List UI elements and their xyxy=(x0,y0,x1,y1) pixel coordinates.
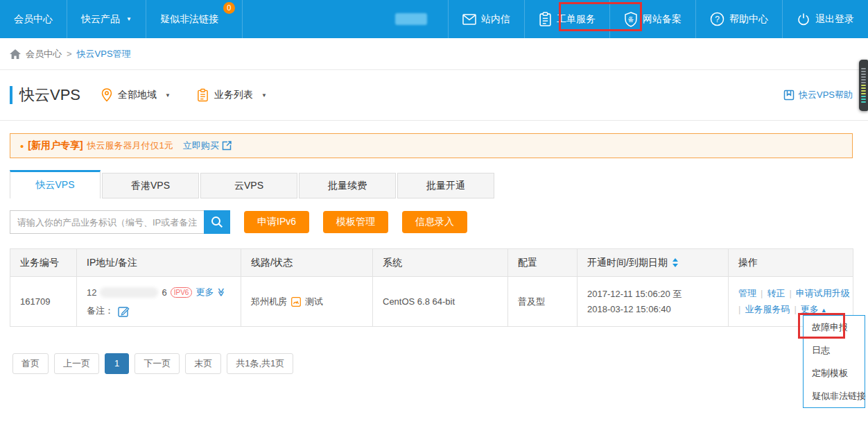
datacenter-label: 郑州机房 xyxy=(251,296,287,308)
promo-text: 快云服务器月付仅1元 xyxy=(87,139,173,152)
tab-cloud-vps[interactable]: 云VPS xyxy=(200,173,297,198)
chevron-double-down-icon[interactable]: ≫ xyxy=(217,288,227,297)
ip-more-link[interactable]: 更多 xyxy=(196,286,214,298)
nav-website-filing-label: 网站备案 xyxy=(643,13,682,26)
envelope-icon xyxy=(462,14,476,25)
question-circle-icon: ? xyxy=(710,12,724,26)
clipboard-icon xyxy=(539,12,552,26)
table-header-row: 业务编号 IP地址/备注 线路/状态 系统 配置 开通时间/到期日期 操作 xyxy=(10,249,853,277)
navbar-left-group: 会员中心 快云产品 ▼ 疑似非法链接 0 xyxy=(0,0,243,38)
home-icon xyxy=(10,49,21,59)
col-open-expire: 开通时间/到期日期 xyxy=(578,249,729,277)
cell-config: 普及型 xyxy=(508,277,578,327)
search-icon xyxy=(211,216,223,228)
col-business-id: 业务编号 xyxy=(10,249,77,277)
nav-suspicious-links[interactable]: 疑似非法链接 0 xyxy=(146,0,243,38)
nav-help-center[interactable]: ? 帮助中心 xyxy=(695,0,782,38)
ip-prefix: 12 xyxy=(87,287,96,298)
scrollbar-widget[interactable] xyxy=(859,60,868,111)
col-config: 配置 xyxy=(508,249,578,277)
pagination-last[interactable]: 末页 xyxy=(185,353,221,374)
page-toolbar: 快云VPS 全部地域 ▼ 业务列表 ▼ 快云VPS帮助 xyxy=(0,70,868,121)
action-separator: | xyxy=(761,288,763,298)
nav-ticket-service-label: 工单服务 xyxy=(557,13,596,26)
vps-table: 业务编号 IP地址/备注 线路/状态 系统 配置 开通时间/到期日期 操作 16… xyxy=(10,248,853,327)
menu-item-fault-report[interactable]: 故障申报 xyxy=(804,316,865,339)
info-entry-button[interactable]: 信息录入 xyxy=(402,211,467,233)
cell-business-id: 161709 xyxy=(10,277,77,327)
business-list-label: 业务列表 xyxy=(214,89,253,101)
cell-open-expire: 2017-12-11 15:06:20 至 2018-03-12 15:06:4… xyxy=(578,277,729,327)
tab-label: 香港VPS xyxy=(131,180,170,192)
col-ip-remark: IP地址/备注 xyxy=(77,249,241,277)
tab-label: 批量续费 xyxy=(328,180,367,192)
apply-ipv6-button[interactable]: 申请IPv6 xyxy=(244,211,309,233)
shield-icon: 备 xyxy=(624,12,638,27)
chevron-down-icon: ▼ xyxy=(165,92,171,99)
pagination-first[interactable]: 首页 xyxy=(12,353,49,374)
nav-ticket-service[interactable]: 工单服务 xyxy=(524,0,609,38)
action-separator: | xyxy=(789,288,791,298)
search-row: 申请IPv6 模板管理 信息录入 xyxy=(10,210,853,234)
tab-kuaiyun-vps[interactable]: 快云VPS xyxy=(10,170,101,198)
nav-help-center-label: 帮助中心 xyxy=(729,13,768,26)
tab-hongkong-vps[interactable]: 香港VPS xyxy=(102,173,199,198)
col-line-status: 线路/状态 xyxy=(241,249,373,277)
open-time: 2017-12-11 15:06:20 至 xyxy=(587,287,718,302)
menu-item-suspicious-links[interactable]: 疑似非法链接 xyxy=(804,384,865,407)
breadcrumb-home[interactable]: 会员中心 xyxy=(26,48,62,60)
nav-member-center[interactable]: 会员中心 xyxy=(0,0,67,38)
clipboard-icon xyxy=(197,88,209,102)
page-title: 快云VPS xyxy=(19,85,80,105)
business-list-dropdown[interactable]: 业务列表 ▼ xyxy=(197,88,267,102)
buy-now-label: 立即购买 xyxy=(183,139,219,152)
promo-tag: [新用户专享] xyxy=(28,139,83,152)
tab-batch-open[interactable]: 批量开通 xyxy=(397,173,494,198)
speed-test-icon[interactable] xyxy=(291,297,301,307)
menu-item-custom-template[interactable]: 定制模板 xyxy=(804,362,865,384)
nav-website-filing[interactable]: 备 网站备案 xyxy=(609,0,695,38)
action-separator: | xyxy=(794,304,796,314)
cell-system: CentOS 6.8 64-bit xyxy=(373,277,508,327)
template-manage-button[interactable]: 模板管理 xyxy=(323,211,388,233)
breadcrumb-current[interactable]: 快云VPS管理 xyxy=(77,48,131,60)
tab-label: 快云VPS xyxy=(35,179,74,192)
chevron-up-icon: ▲ xyxy=(821,307,827,314)
nav-messages[interactable]: 站内信 xyxy=(448,0,524,38)
pagination-page-1[interactable]: 1 xyxy=(105,353,129,374)
book-icon xyxy=(783,90,795,101)
vps-help-link[interactable]: 快云VPS帮助 xyxy=(783,89,853,101)
promo-banner: • [新用户专享] 快云服务器月付仅1元 立即购买 xyxy=(10,133,853,158)
action-more[interactable]: 更多 xyxy=(801,304,819,314)
action-trial-upgrade[interactable]: 申请试用升级 xyxy=(796,288,850,298)
action-service-code[interactable]: 业务服务码 xyxy=(745,304,790,314)
edit-icon[interactable] xyxy=(118,305,130,317)
buy-now-link[interactable]: 立即购买 xyxy=(183,139,232,152)
col-open-expire-label: 开通时间/到期日期 xyxy=(587,257,668,268)
tab-batch-renew[interactable]: 批量续费 xyxy=(299,173,396,198)
pagination-summary: 共1条,共1页 xyxy=(227,353,293,374)
nav-member-center-label: 会员中心 xyxy=(14,13,53,26)
region-filter-dropdown[interactable]: 全部地域 ▼ xyxy=(101,88,171,102)
table-row: 161709 12 6 IPV6 更多 ≫ 备注： xyxy=(10,277,853,327)
action-manage[interactable]: 管理 xyxy=(738,288,756,298)
chevron-down-icon: ▼ xyxy=(126,17,132,22)
search-button[interactable] xyxy=(204,210,230,234)
cell-ip-remark: 12 6 IPV6 更多 ≫ 备注： xyxy=(77,277,241,327)
location-pin-icon xyxy=(101,88,112,102)
bullet-icon: • xyxy=(20,140,24,152)
search-input[interactable] xyxy=(10,210,204,234)
menu-item-logs[interactable]: 日志 xyxy=(804,339,865,362)
blurred-ip xyxy=(100,287,158,298)
action-convert[interactable]: 转正 xyxy=(767,288,785,298)
svg-text:?: ? xyxy=(715,15,720,24)
nav-kuaiyun-products[interactable]: 快云产品 ▼ xyxy=(67,0,146,38)
nav-kuaiyun-products-label: 快云产品 xyxy=(81,13,120,26)
sort-icon[interactable] xyxy=(672,258,678,267)
nav-messages-label: 站内信 xyxy=(481,13,510,26)
region-filter-label: 全部地域 xyxy=(118,89,157,101)
pagination-prev[interactable]: 上一页 xyxy=(54,353,99,374)
nav-logout[interactable]: 退出登录 xyxy=(782,0,868,38)
col-operations: 操作 xyxy=(729,249,853,277)
pagination-next[interactable]: 下一页 xyxy=(134,353,180,374)
